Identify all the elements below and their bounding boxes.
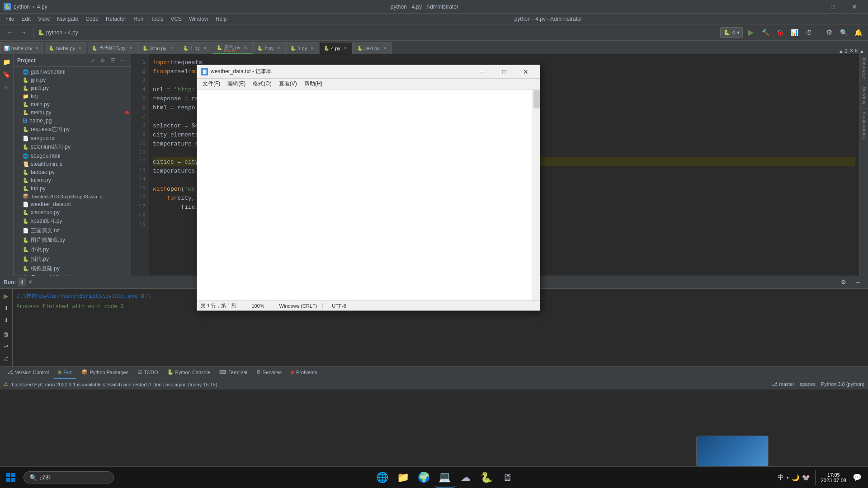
notepad-close-btn[interactable]: ✕ <box>515 65 536 79</box>
taskbar-app-explorer[interactable]: 📁 <box>393 468 413 488</box>
notification-button[interactable]: 💬 <box>850 470 864 485</box>
menu-tools[interactable]: Tools <box>147 14 167 24</box>
status-python[interactable]: Python 3.8 (python) <box>821 381 864 387</box>
coverage-button[interactable]: 📊 <box>788 26 801 39</box>
file-main[interactable]: 🐍 main.py <box>14 100 131 108</box>
notepad-maximize-btn[interactable]: □ <box>494 65 514 79</box>
project-collapse-btn[interactable]: ⤢ <box>88 56 97 65</box>
file-taobao[interactable]: 🐍 taobao.py <box>14 168 131 176</box>
settings-button[interactable]: ⚙ <box>823 26 835 39</box>
menu-code[interactable]: Code <box>82 14 102 24</box>
project-settings-btn[interactable]: ⚙ <box>98 56 107 65</box>
bottom-tab-todo[interactable]: ☑ TODO <box>134 366 162 379</box>
tab-baihe-py[interactable]: 🐍 baihe.py ✕ <box>45 42 87 54</box>
bottom-tab-version-control[interactable]: ⎇ Version Control <box>4 366 52 379</box>
file-xiaoshuo2[interactable]: 🐍 小说.py <box>14 245 131 254</box>
file-monidenglu[interactable]: 🐍 模拟登陆.py <box>14 264 131 273</box>
notepad-window[interactable]: 📄 weather_data.txt - 记事本 ─ □ ✕ 文件(F) 编辑(… <box>197 65 540 311</box>
project-gear-btn[interactable]: ☰ <box>108 56 117 65</box>
menu-vcs[interactable]: VCS <box>167 14 185 24</box>
bottom-tab-python-console[interactable]: 🐍 Python Console <box>164 366 214 379</box>
scroll-up[interactable]: ▲ <box>859 48 864 54</box>
file-xiaoshuo[interactable]: 🐍 xiaoshuo.py <box>14 208 131 216</box>
tab-tianqi[interactable]: 🐍 天气.py ✕ <box>212 42 253 54</box>
menu-run[interactable]: Run <box>130 14 147 24</box>
toolbar-back[interactable]: ← <box>4 26 16 39</box>
tab-baihe-csv[interactable]: 📊 baihe.csv ✕ <box>0 42 44 54</box>
taskbar-app-azure[interactable]: ☁ <box>456 468 476 488</box>
toolbar-forward[interactable]: → <box>17 26 30 39</box>
tray-mickey-icon[interactable]: 🐭 <box>802 474 810 481</box>
file-sanguoyanyi[interactable]: 📄 三国演义.txt <box>14 226 131 235</box>
tab-close-dangdang[interactable]: ✕ <box>127 45 134 52</box>
notepad-menu-file[interactable]: 文件(F) <box>199 79 224 89</box>
file-sougou[interactable]: 🌐 sougou.html <box>14 152 131 160</box>
close-button[interactable]: ✕ <box>844 0 864 14</box>
taskbar-start-button[interactable] <box>0 467 22 488</box>
tab-2py[interactable]: 🐍 2.py ✕ <box>253 42 286 54</box>
tab-close-jichu[interactable]: ✕ <box>168 45 175 52</box>
search-everywhere-button[interactable]: 🔍 <box>837 26 850 39</box>
notepad-menu-view[interactable]: 查看(V) <box>275 79 301 89</box>
run-minimize-btn[interactable]: ─ <box>852 276 864 289</box>
taskbar-search-box[interactable]: 🔍 搜索 <box>24 471 114 483</box>
taskbar-app-other[interactable]: 🖥 <box>497 468 517 488</box>
taskbar-app-python[interactable]: 🐍 <box>476 468 496 488</box>
status-spaces[interactable]: spaces <box>800 381 816 387</box>
sidebar-database-tab[interactable]: Database <box>859 54 868 83</box>
tab-close-1py[interactable]: ✕ <box>202 45 208 52</box>
tab-4py[interactable]: 🐍 4.py ✕ <box>320 42 353 54</box>
notepad-scrollbar-thumb[interactable] <box>533 90 540 108</box>
tab-close-3py[interactable]: ✕ <box>309 45 315 52</box>
sidebar-bookmarks-icon[interactable]: 🔖 <box>1 69 13 80</box>
bottom-tab-python-packages[interactable]: 📦 Python Packages <box>78 366 132 379</box>
bottom-tab-run[interactable]: Run <box>54 366 76 379</box>
run-tab-label[interactable]: 4 <box>18 278 26 286</box>
sidebar-notifications-tab[interactable]: Notifications <box>859 108 868 143</box>
sidebar-axview-tab[interactable]: SciView <box>859 83 868 108</box>
tab-dangdang[interactable]: 🐍 当当图书.py ✕ <box>88 42 138 54</box>
taskbar-app-chrome[interactable]: 🌍 <box>414 468 434 488</box>
debug-button[interactable]: 🐞 <box>774 26 786 39</box>
run-scroll-top-btn[interactable]: ⬆ <box>0 303 13 313</box>
file-stealth[interactable]: 📜 stealth.min.js <box>14 160 131 168</box>
tab-close-tianqi[interactable]: ✕ <box>242 45 249 51</box>
bottom-tab-services[interactable]: ⚙ Services <box>253 366 285 379</box>
file-twisted[interactable]: 📦 Twisted-20.3.0-cp38-cp38-win_a... <box>14 192 131 200</box>
file-name-jpg[interactable]: 🖼 name.jpg <box>14 117 131 125</box>
file-kdj[interactable]: 📁 kdj <box>14 92 131 100</box>
run-settings-btn[interactable]: ⚙ <box>837 276 850 289</box>
run-print-btn[interactable]: 🖨 <box>0 354 13 364</box>
file-jijin[interactable]: 🐍 jijin.py <box>14 76 131 84</box>
file-xpath[interactable]: 🐍 xpath练习.py <box>14 216 131 226</box>
tab-jichu[interactable]: 🐍 jichu.py ✕ <box>138 42 179 54</box>
tray-dot-icon[interactable]: • <box>787 474 789 481</box>
file-selenium[interactable]: 🐍 selenium练习.py <box>14 142 131 152</box>
taskbar-app-pycharm[interactable]: 💻 <box>435 468 455 488</box>
file-tuplan[interactable]: 🐍 图片懒加载.py <box>14 235 131 245</box>
taskbar-clock[interactable]: 17:05 2023-07-08 <box>821 472 846 483</box>
run-scroll-bot-btn[interactable]: ⬇ <box>0 315 13 325</box>
notepad-minimize-btn[interactable]: ─ <box>472 65 493 79</box>
notepad-menu-format[interactable]: 格式(O) <box>249 79 275 89</box>
build-button[interactable]: 🔨 <box>759 26 772 39</box>
project-close-btn[interactable]: ─ <box>118 56 127 65</box>
profile-button[interactable]: ⏱ <box>802 26 815 39</box>
tray-moon-icon[interactable]: 🌙 <box>792 474 799 481</box>
file-tujian[interactable]: 🐍 tujian.py <box>14 176 131 184</box>
file-gushiwen[interactable]: 🌐 gushiwen.html <box>14 68 131 76</box>
run-play-btn[interactable]: ▶ <box>0 291 13 301</box>
notepad-menu-help[interactable]: 帮助(H) <box>301 79 326 89</box>
menu-edit[interactable]: Edit <box>18 14 34 24</box>
menu-navigate[interactable]: Navigate <box>53 14 82 24</box>
run-clear-btn[interactable]: 🗑 <box>0 329 13 340</box>
notepad-menu-edit[interactable]: 编辑(E) <box>224 79 249 89</box>
taskbar-thumbnail[interactable] <box>696 436 769 466</box>
tab-close-baihe-py[interactable]: ✕ <box>77 45 83 52</box>
taskbar-app-edge[interactable]: 🌐 <box>373 468 392 488</box>
sidebar-structure-icon[interactable]: ⚛ <box>1 81 13 93</box>
file-tup[interactable]: 🐍 tup.py <box>14 184 131 192</box>
file-weather-data[interactable]: 📄 weather_data.txt <box>14 200 131 208</box>
notepad-scrollbar[interactable] <box>533 89 540 300</box>
tab-close-4py[interactable]: ✕ <box>342 45 349 52</box>
